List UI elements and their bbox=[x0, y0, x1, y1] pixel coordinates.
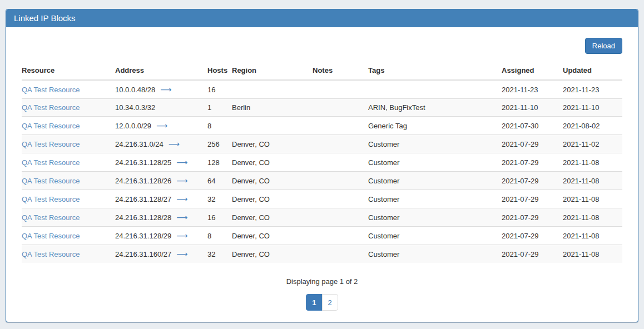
pagination-wrap: 12 bbox=[22, 294, 622, 311]
cell-assigned: 2021-11-23 bbox=[502, 80, 563, 99]
cell-updated: 2021-11-08 bbox=[563, 245, 622, 263]
cell-hosts: 16 bbox=[207, 208, 232, 227]
pagination-status: Displaying page 1 of 2 bbox=[22, 277, 622, 286]
address-arrow-icon[interactable]: ⟶ bbox=[176, 250, 187, 258]
column-header-address: Address bbox=[115, 62, 207, 80]
cell-notes bbox=[313, 208, 368, 227]
table-row: QA Test Resource 10.0.0.48/28⟶ 16 2021-1… bbox=[22, 80, 622, 99]
resource-link[interactable]: QA Test Resource bbox=[22, 158, 80, 167]
table-row: QA Test Resource 10.34.0.3/32 1 Berlin A… bbox=[22, 99, 622, 117]
page-button-2[interactable]: 2 bbox=[322, 294, 338, 311]
cell-updated: 2021-11-08 bbox=[563, 153, 622, 172]
cell-updated: 2021-11-23 bbox=[563, 80, 622, 99]
address-text: 24.216.31.128/26 bbox=[115, 177, 171, 185]
cell-notes bbox=[313, 190, 368, 208]
address-arrow-icon[interactable]: ⟶ bbox=[176, 195, 187, 203]
cell-notes bbox=[313, 117, 368, 135]
resource-link[interactable]: QA Test Resource bbox=[22, 140, 80, 148]
cell-assigned: 2021-07-29 bbox=[502, 172, 563, 190]
cell-assigned: 2021-07-29 bbox=[502, 227, 563, 245]
table-body: QA Test Resource 10.0.0.48/28⟶ 16 2021-1… bbox=[22, 80, 622, 263]
cell-hosts: 16 bbox=[207, 80, 232, 99]
cell-updated: 2021-11-02 bbox=[563, 135, 622, 153]
cell-region: Denver, CO bbox=[232, 190, 313, 208]
cell-assigned: 2021-07-29 bbox=[502, 245, 563, 263]
column-header-resource: Resource bbox=[22, 62, 115, 80]
cell-region: Denver, CO bbox=[232, 153, 313, 172]
address-text: 24.216.31.128/28 bbox=[115, 213, 171, 222]
cell-hosts: 8 bbox=[207, 227, 232, 245]
address-text: 10.0.0.48/28 bbox=[115, 86, 155, 94]
cell-region bbox=[232, 117, 313, 135]
address-text: 24.216.31.160/27 bbox=[115, 250, 171, 258]
column-header-assigned: Assigned bbox=[502, 62, 563, 80]
cell-hosts: 256 bbox=[207, 135, 232, 153]
resource-link[interactable]: QA Test Resource bbox=[22, 177, 80, 185]
cell-tags: Customer bbox=[368, 208, 502, 227]
resource-link[interactable]: QA Test Resource bbox=[22, 250, 80, 258]
resource-link[interactable]: QA Test Resource bbox=[22, 213, 80, 222]
cell-notes bbox=[313, 99, 368, 117]
table-row: QA Test Resource 24.216.31.128/25⟶ 128 D… bbox=[22, 153, 622, 172]
column-header-tags: Tags bbox=[368, 62, 502, 80]
address-text: 12.0.0.0/29 bbox=[115, 122, 151, 130]
cell-tags: Customer bbox=[368, 227, 502, 245]
cell-hosts: 1 bbox=[207, 99, 232, 117]
address-arrow-icon[interactable]: ⟶ bbox=[160, 85, 171, 94]
table-row: QA Test Resource 24.216.31.128/28⟶ 16 De… bbox=[22, 208, 622, 227]
cell-notes bbox=[313, 135, 368, 153]
cell-region bbox=[232, 80, 313, 99]
cell-notes bbox=[313, 172, 368, 190]
address-arrow-icon[interactable]: ⟶ bbox=[156, 121, 167, 130]
column-header-hosts: Hosts bbox=[207, 62, 232, 80]
table-row: QA Test Resource 24.216.31.128/29⟶ 8 Den… bbox=[22, 227, 622, 245]
cell-tags: Generic Tag bbox=[368, 117, 502, 135]
toolbar: Reload bbox=[22, 27, 622, 53]
cell-region: Berlin bbox=[232, 99, 313, 117]
address-arrow-icon[interactable]: ⟶ bbox=[176, 231, 187, 240]
cell-assigned: 2021-07-29 bbox=[502, 208, 563, 227]
cell-assigned: 2021-07-29 bbox=[502, 190, 563, 208]
resource-link[interactable]: QA Test Resource bbox=[22, 232, 80, 240]
cell-hosts: 8 bbox=[207, 117, 232, 135]
cell-assigned: 2021-07-29 bbox=[502, 135, 563, 153]
address-arrow-icon[interactable]: ⟶ bbox=[176, 176, 187, 185]
table-row: QA Test Resource 24.216.31.160/27⟶ 32 De… bbox=[22, 245, 622, 263]
table-header-row: Resource Address Hosts Region Notes Tags… bbox=[22, 62, 622, 80]
column-header-updated: Updated bbox=[563, 62, 622, 80]
address-text: 24.216.31.128/27 bbox=[115, 195, 171, 203]
address-arrow-icon[interactable]: ⟶ bbox=[176, 213, 187, 222]
cell-updated: 2021-11-08 bbox=[563, 227, 622, 245]
cell-tags: Customer bbox=[368, 245, 502, 263]
column-header-region: Region bbox=[232, 62, 313, 80]
resource-link[interactable]: QA Test Resource bbox=[22, 195, 80, 203]
resource-link[interactable]: QA Test Resource bbox=[22, 122, 80, 130]
pagination: 12 bbox=[306, 294, 338, 311]
table-row: QA Test Resource 12.0.0.0/29⟶ 8 Generic … bbox=[22, 117, 622, 135]
cell-region: Denver, CO bbox=[232, 245, 313, 263]
cell-hosts: 32 bbox=[207, 190, 232, 208]
address-arrow-icon[interactable]: ⟶ bbox=[176, 158, 187, 167]
cell-tags: Customer bbox=[368, 135, 502, 153]
resource-link[interactable]: QA Test Resource bbox=[22, 86, 80, 94]
column-header-notes: Notes bbox=[313, 62, 368, 80]
cell-assigned: 2021-07-30 bbox=[502, 117, 563, 135]
ip-blocks-table: Resource Address Hosts Region Notes Tags… bbox=[22, 62, 622, 263]
cell-region: Denver, CO bbox=[232, 208, 313, 227]
table-row: QA Test Resource 24.216.31.128/27⟶ 32 De… bbox=[22, 190, 622, 208]
cell-updated: 2021-11-08 bbox=[563, 190, 622, 208]
cell-hosts: 128 bbox=[207, 153, 232, 172]
page-button-1[interactable]: 1 bbox=[306, 294, 322, 311]
table-row: QA Test Resource 24.216.31.128/26⟶ 64 De… bbox=[22, 172, 622, 190]
cell-assigned: 2021-07-29 bbox=[502, 153, 563, 172]
address-text: 24.216.31.128/25 bbox=[115, 158, 171, 167]
resource-link[interactable]: QA Test Resource bbox=[22, 103, 80, 112]
cell-tags: Customer bbox=[368, 190, 502, 208]
cell-region: Denver, CO bbox=[232, 172, 313, 190]
cell-updated: 2021-08-02 bbox=[563, 117, 622, 135]
address-arrow-icon[interactable]: ⟶ bbox=[169, 139, 180, 148]
reload-button[interactable]: Reload bbox=[585, 38, 622, 54]
cell-assigned: 2021-11-10 bbox=[502, 99, 563, 117]
cell-tags: ARIN, BugFixTest bbox=[368, 99, 502, 117]
cell-tags bbox=[368, 80, 502, 99]
